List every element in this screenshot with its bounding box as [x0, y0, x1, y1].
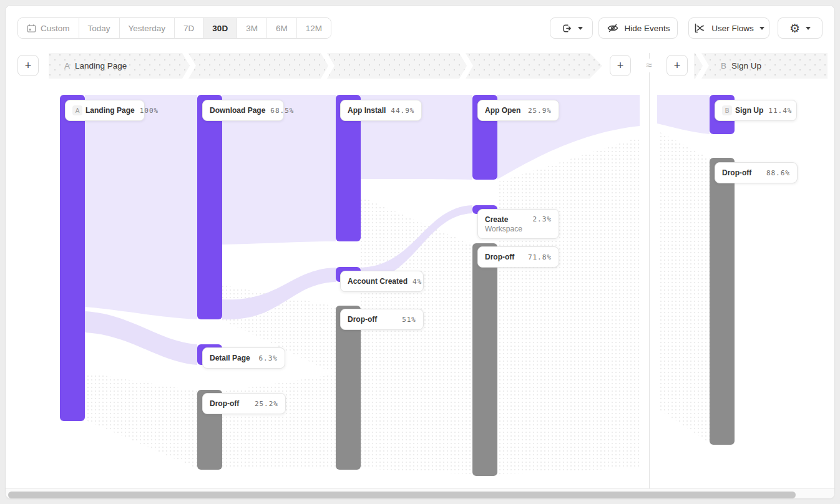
horizontal-scrollbar-track — [6, 489, 834, 498]
step-a-prefix: A — [64, 61, 70, 70]
export-button[interactable] — [550, 17, 593, 39]
node-bar-landing-page[interactable] — [60, 95, 85, 421]
node-badge: B — [722, 105, 732, 115]
user-flows-icon — [693, 22, 706, 34]
step-b-prefix: B — [721, 61, 726, 70]
node-bar-download-page[interactable] — [197, 95, 222, 319]
chevron-down-icon — [759, 27, 764, 30]
view-selector-label: User Flows — [711, 24, 754, 33]
node-bar-dropoff-51[interactable] — [336, 306, 361, 470]
date-range-today[interactable]: Today — [79, 18, 120, 38]
step-b-header[interactable]: B Sign Up — [694, 53, 828, 79]
flow-curve-landing-to-detailpage — [85, 311, 197, 365]
chevron-right-icon — [321, 53, 335, 79]
chevron-down-icon — [806, 27, 811, 30]
date-range-selector: Custom Today Yesterday 7D 30D 3M 6M 12M — [17, 17, 331, 39]
chevron-right-icon — [182, 53, 196, 79]
node-card-create-workspace[interactable]: Create 2.3% Workspace — [477, 209, 559, 239]
step-a-name: Landing Page — [75, 61, 127, 70]
add-step-flow-b-button[interactable]: + — [667, 55, 688, 76]
date-range-30d-selected[interactable]: 30D — [203, 18, 237, 38]
date-range-12m[interactable]: 12M — [297, 18, 331, 38]
settings-button[interactable]: ⚙ — [778, 17, 823, 39]
node-card-dropoff-51[interactable]: Drop-off 51% — [340, 309, 424, 330]
gear-icon: ⚙ — [789, 22, 800, 34]
node-card-download-page[interactable]: Download Page 68.5% — [202, 100, 284, 121]
node-card-dropoff-25[interactable]: Drop-off 25.2% — [202, 393, 286, 414]
step-a-header[interactable]: A Landing Page — [49, 53, 602, 79]
calendar-icon — [27, 24, 36, 33]
user-flows-report: Custom Today Yesterday 7D 30D 3M 6M 12M … — [0, 0, 840, 504]
export-icon — [560, 22, 572, 34]
flow-band-into-signup — [657, 95, 710, 134]
node-card-app-install[interactable]: App Install 44.9% — [340, 100, 422, 121]
eye-off-icon — [607, 22, 619, 34]
node-card-landing-page[interactable]: A Landing Page 100% — [65, 100, 145, 121]
node-card-detail-page[interactable]: Detail Page 6.3% — [202, 347, 285, 369]
hide-events-button[interactable]: Hide Events — [598, 17, 678, 39]
node-badge: A — [72, 105, 82, 115]
node-card-app-open[interactable]: App Open 25.9% — [477, 100, 559, 121]
add-step-before-button[interactable]: + — [17, 55, 39, 76]
date-range-7d[interactable]: 7D — [175, 18, 203, 38]
chevron-down-icon — [578, 27, 583, 30]
node-card-dropoff-88[interactable]: Drop-off 88.6% — [715, 162, 798, 183]
node-bar-dropoff-71[interactable] — [472, 243, 497, 476]
date-range-custom[interactable]: Custom — [18, 18, 79, 38]
step-b-name: Sign Up — [731, 61, 761, 70]
chevron-right-icon — [459, 53, 473, 79]
node-card-account-created[interactable]: Account Created 4% — [340, 271, 424, 292]
hide-events-label: Hide Events — [625, 24, 670, 33]
flow-curve-download-to-accountcreated — [222, 268, 336, 319]
chevron-right-icon — [695, 53, 709, 79]
view-selector-button[interactable]: User Flows — [688, 17, 769, 39]
flow-band-landing-to-download — [85, 95, 197, 319]
date-range-label: Custom — [41, 24, 70, 33]
date-range-3m[interactable]: 3M — [237, 18, 267, 38]
node-card-dropoff-71[interactable]: Drop-off 71.8% — [477, 246, 559, 268]
add-step-after-button[interactable]: + — [610, 55, 631, 76]
approx-separator: ≈ — [642, 59, 657, 72]
date-range-6m[interactable]: 6M — [267, 18, 297, 38]
date-range-yesterday[interactable]: Yesterday — [120, 18, 175, 38]
horizontal-scrollbar-thumb[interactable] — [8, 492, 796, 498]
node-card-signup[interactable]: B Sign Up 11.4% — [715, 100, 797, 121]
node-bar-dropoff-88[interactable] — [710, 158, 735, 445]
